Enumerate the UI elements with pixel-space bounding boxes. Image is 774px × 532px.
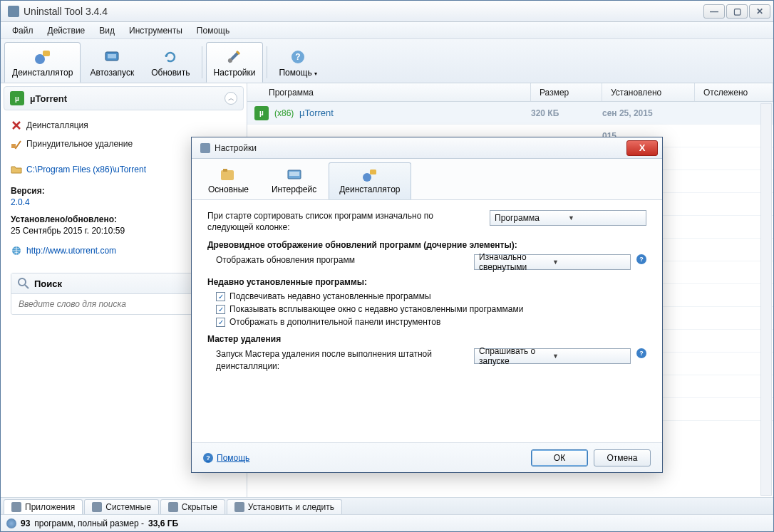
status-icon xyxy=(6,518,16,528)
bottom-tabs: Приложения Системные Скрытые Установить … xyxy=(1,497,773,514)
wizard-section-header: Мастер удаления xyxy=(207,334,646,344)
track-icon xyxy=(234,502,244,512)
col-installed[interactable]: Установлено xyxy=(602,83,695,101)
action-uninstall[interactable]: Деинсталляция xyxy=(11,116,237,135)
svg-point-14 xyxy=(363,173,371,182)
utorrent-icon: µ xyxy=(254,106,269,120)
dialog-titlebar: Настройки X xyxy=(192,137,662,159)
sort-combobox[interactable]: Программа▼ xyxy=(490,210,646,226)
column-headers: Программа Размер Установлено Отслежено xyxy=(247,83,773,102)
col-size[interactable]: Размер xyxy=(531,83,602,101)
dialog-footer: ? Помощь ОК Отмена xyxy=(192,442,662,472)
checkbox-icon: ✓ xyxy=(216,292,225,301)
recent-section-header: Недавно установленные программы: xyxy=(207,277,646,287)
toolbar-separator xyxy=(202,46,202,78)
table-row[interactable]: µ(x86) µTorrent320 КБсен 25, 2015 xyxy=(247,102,773,125)
tab-install-track[interactable]: Установить и следить xyxy=(227,499,342,514)
svg-rect-13 xyxy=(289,172,299,176)
cancel-button[interactable]: Отмена xyxy=(594,449,651,466)
svg-text:?: ? xyxy=(296,52,301,62)
wizard-label: Запуск Мастера удаления после выполнения… xyxy=(207,348,474,371)
status-count: 93 xyxy=(21,518,30,528)
dialog-title: Настройки xyxy=(215,143,626,153)
wizard-combobox[interactable]: Спрашивать о запуске▼ xyxy=(474,348,631,364)
tab-applications[interactable]: Приложения xyxy=(4,499,83,514)
svg-point-4 xyxy=(228,58,232,63)
uninstall-icon xyxy=(11,120,22,131)
help-bubble-icon[interactable]: ? xyxy=(636,348,646,358)
search-icon xyxy=(17,277,30,290)
settings-dialog: Настройки X Основные Интерфейс Деинсталл… xyxy=(191,137,663,473)
autorun-icon xyxy=(102,48,122,66)
apps-icon xyxy=(11,502,21,512)
tab-hidden[interactable]: Скрытые xyxy=(160,499,225,514)
menu-file[interactable]: Файл xyxy=(6,24,39,38)
check-popup-recent[interactable]: ✓Показывать всплывающее окно с недавно у… xyxy=(207,304,646,314)
menu-tools[interactable]: Инструменты xyxy=(123,24,188,38)
sidebar-header: µ µTorrent ︿ xyxy=(4,86,244,110)
tool-autorun[interactable]: Автозапуск xyxy=(82,42,142,83)
globe-icon xyxy=(11,245,22,256)
svg-rect-1 xyxy=(43,51,50,56)
system-icon xyxy=(92,502,102,512)
minimize-button[interactable]: — xyxy=(703,4,725,19)
help-icon: ? xyxy=(203,453,213,463)
app-icon xyxy=(8,6,19,17)
collapse-button[interactable]: ︿ xyxy=(225,92,237,105)
status-bar: 93 программ, полный размер - 33,6 ГБ xyxy=(1,514,773,531)
force-remove-icon xyxy=(11,138,22,150)
check-highlight-recent[interactable]: ✓Подсвечивать недавно установленные прог… xyxy=(207,291,646,301)
general-icon xyxy=(219,167,237,183)
dlg-tab-uninstaller[interactable]: Деинсталлятор xyxy=(329,162,411,199)
help-bubble-icon[interactable]: ? xyxy=(636,254,646,264)
folder-icon xyxy=(11,164,22,175)
close-button[interactable]: ✕ xyxy=(749,4,770,19)
check-extra-toolbar[interactable]: ✓Отображать в дополнительной панели инст… xyxy=(207,317,646,327)
dropdown-arrow-icon: ▼ xyxy=(552,353,626,360)
svg-rect-3 xyxy=(108,54,116,58)
sort-label: При старте сортировать список программ и… xyxy=(207,210,490,233)
maximize-button[interactable]: ▢ xyxy=(726,4,748,19)
dialog-tabs: Основные Интерфейс Деинсталлятор xyxy=(192,159,662,200)
menu-help[interactable]: Помощь xyxy=(191,24,235,38)
status-size: 33,6 ГБ xyxy=(148,518,178,528)
menu-action[interactable]: Действие xyxy=(42,24,91,38)
checkbox-icon: ✓ xyxy=(216,318,225,327)
svg-rect-7 xyxy=(11,144,16,148)
vertical-scrollbar[interactable] xyxy=(760,103,772,496)
dialog-help-link[interactable]: ? Помощь xyxy=(203,453,525,463)
toolbar: Деинсталлятор Автозапуск Обновить Настро… xyxy=(1,39,773,83)
tab-system[interactable]: Системные xyxy=(84,499,159,514)
dlg-tab-general[interactable]: Основные xyxy=(197,162,259,199)
dropdown-arrow-icon: ▾ xyxy=(314,71,317,77)
tool-uninstaller[interactable]: Деинсталлятор xyxy=(4,42,81,83)
tree-label: Отображать обновления программ xyxy=(207,254,474,266)
uninstaller-icon xyxy=(33,48,53,66)
tree-section-header: Древовидное отображение обновлений прогр… xyxy=(207,240,646,250)
svg-rect-11 xyxy=(223,169,227,172)
col-tracked[interactable]: Отслежено xyxy=(695,83,773,101)
utorrent-icon: µ xyxy=(10,91,24,105)
status-text: программ, полный размер - xyxy=(34,518,144,528)
menubar: Файл Действие Вид Инструменты Помощь xyxy=(1,22,773,39)
svg-rect-15 xyxy=(370,169,376,174)
dialog-body: При старте сортировать список программ и… xyxy=(192,200,662,442)
dialog-icon xyxy=(200,143,210,153)
dropdown-arrow-icon: ▼ xyxy=(568,214,641,221)
help-icon: ? xyxy=(288,48,308,66)
dlg-tab-interface[interactable]: Интерфейс xyxy=(261,162,327,199)
tool-help[interactable]: ? Помощь ▾ xyxy=(271,42,325,83)
ok-button[interactable]: ОК xyxy=(531,449,588,466)
menu-view[interactable]: Вид xyxy=(93,24,120,38)
toolbar-separator xyxy=(267,46,267,78)
tree-combobox[interactable]: Изначально свернутыми▼ xyxy=(474,254,631,270)
interface-icon xyxy=(285,167,304,183)
dialog-close-button[interactable]: X xyxy=(626,140,658,156)
col-program[interactable]: Программа xyxy=(247,83,531,101)
svg-point-9 xyxy=(19,278,26,286)
settings-icon xyxy=(225,48,244,66)
dropdown-arrow-icon: ▼ xyxy=(552,259,626,266)
titlebar: Uninstall Tool 3.4.4 — ▢ ✕ xyxy=(1,1,773,22)
tool-settings[interactable]: Настройки xyxy=(206,42,264,83)
tool-refresh[interactable]: Обновить xyxy=(143,42,197,83)
